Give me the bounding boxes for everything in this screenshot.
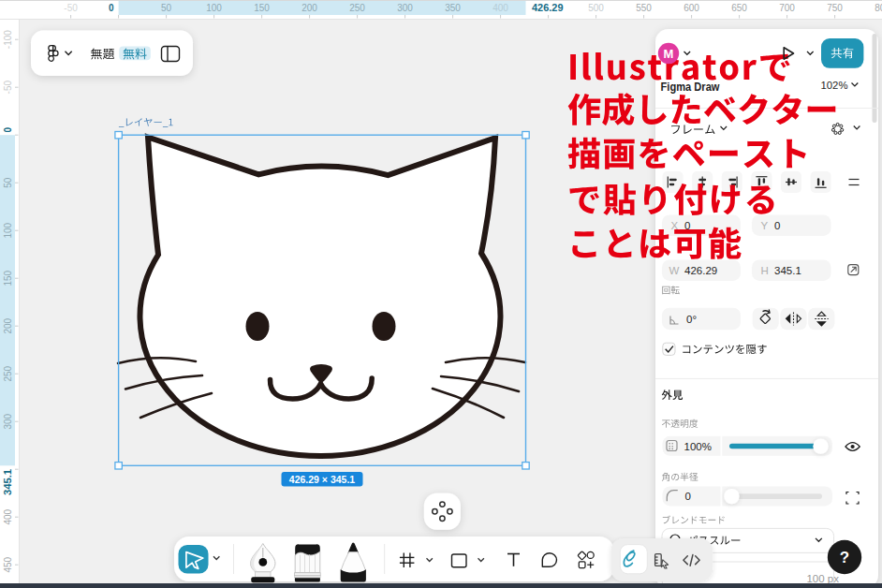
svg-text:426.29: 426.29: [684, 265, 717, 276]
svg-text:400: 400: [3, 508, 13, 524]
svg-text:-50: -50: [64, 3, 78, 13]
svg-text:0°: 0°: [686, 314, 697, 325]
svg-text:350: 350: [445, 3, 461, 13]
svg-text:400: 400: [492, 3, 508, 13]
svg-text:0: 0: [685, 491, 691, 502]
svg-text:345.1: 345.1: [3, 469, 13, 495]
svg-text:300: 300: [3, 413, 13, 429]
svg-text:?: ?: [840, 549, 849, 566]
svg-text:100 px: 100 px: [806, 573, 839, 584]
svg-text:0: 0: [3, 127, 13, 133]
svg-text:750: 750: [827, 3, 843, 13]
svg-text:-100: -100: [3, 30, 13, 49]
svg-text:200: 200: [3, 317, 13, 333]
svg-text:X: X: [671, 220, 679, 231]
svg-text:100: 100: [3, 222, 13, 238]
svg-text:450: 450: [3, 556, 13, 572]
svg-text:50: 50: [161, 3, 172, 13]
svg-text:0: 0: [109, 3, 114, 13]
svg-text:W: W: [669, 265, 680, 276]
svg-text:150: 150: [254, 3, 270, 13]
svg-text:-50: -50: [3, 81, 13, 95]
svg-text:M: M: [664, 47, 674, 61]
svg-text:550: 550: [636, 3, 652, 13]
svg-text:426.29: 426.29: [532, 3, 564, 13]
svg-text:H: H: [761, 265, 769, 276]
svg-text:500: 500: [588, 3, 604, 13]
svg-text:0: 0: [774, 220, 780, 231]
svg-text:100%: 100%: [684, 441, 712, 452]
svg-text:700: 700: [779, 3, 795, 13]
svg-text:0: 0: [684, 220, 690, 231]
svg-text:600: 600: [684, 3, 699, 13]
svg-text:800: 800: [875, 3, 882, 13]
svg-text:250: 250: [349, 3, 365, 13]
svg-text:200: 200: [301, 3, 317, 13]
svg-text:650: 650: [731, 3, 747, 13]
svg-text:150: 150: [3, 270, 13, 286]
svg-text:300: 300: [397, 3, 413, 13]
svg-text:50: 50: [3, 177, 13, 188]
svg-text:Figma Draw: Figma Draw: [661, 81, 720, 94]
svg-text:100: 100: [206, 3, 222, 13]
svg-text:Y: Y: [761, 220, 769, 231]
svg-text:426.29 × 345.1: 426.29 × 345.1: [289, 474, 356, 485]
svg-text:102%: 102%: [821, 80, 848, 91]
svg-text:345.1: 345.1: [774, 265, 801, 276]
svg-text:250: 250: [3, 365, 13, 381]
